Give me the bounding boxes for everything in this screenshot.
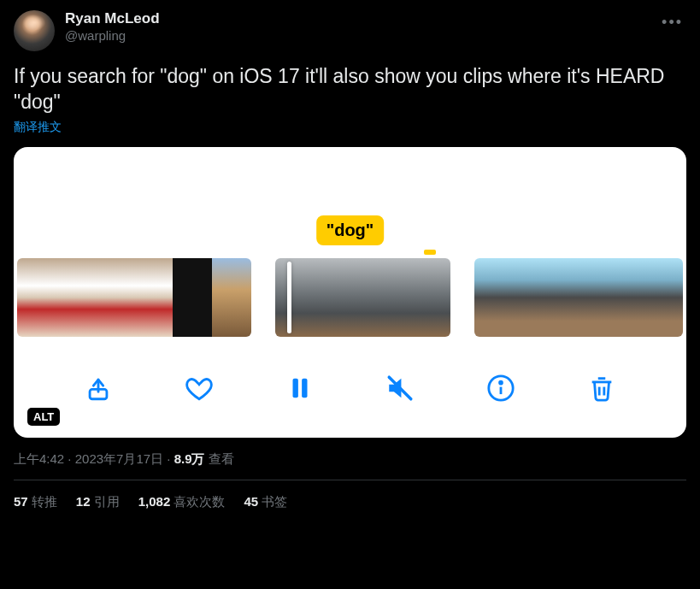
- info-icon[interactable]: [486, 374, 515, 403]
- tweet-meta: 上午4:422023年7月17日8.9万 查看: [14, 451, 686, 468]
- mute-icon[interactable]: [385, 374, 415, 403]
- views-count: 8.9万: [174, 451, 205, 466]
- translate-link[interactable]: 翻译推文: [14, 120, 686, 135]
- likes-stat[interactable]: 1,082 喜欢次数: [138, 494, 226, 510]
- clip-group[interactable]: [474, 258, 683, 337]
- clip-group[interactable]: [17, 258, 251, 337]
- clip-group[interactable]: [275, 258, 450, 337]
- alt-badge[interactable]: ALT: [27, 408, 60, 426]
- bookmarks-stat[interactable]: 45 书签: [244, 494, 287, 510]
- tweet-text: If you search for "dog" on iOS 17 it'll …: [14, 63, 686, 115]
- svg-point-6: [500, 381, 503, 384]
- retweets-stat[interactable]: 57 转推: [14, 494, 57, 510]
- search-match-label: "dog": [316, 215, 385, 245]
- search-match-marker: [424, 250, 436, 255]
- pause-icon[interactable]: [285, 374, 315, 403]
- quotes-stat[interactable]: 12 引用: [76, 494, 120, 510]
- share-icon[interactable]: [84, 374, 113, 403]
- user-handle: @warpling: [65, 27, 686, 44]
- media-controls: [14, 362, 686, 414]
- avatar[interactable]: [14, 10, 55, 51]
- tweet-stats: 57 转推 12 引用 1,082 喜欢次数 45 书签: [14, 480, 686, 521]
- heart-icon[interactable]: [185, 374, 214, 403]
- video-timeline[interactable]: [14, 258, 686, 337]
- tweet-container: Ryan McLeod @warpling ••• If you search …: [0, 0, 700, 521]
- svg-rect-2: [302, 379, 307, 398]
- tweet-header: Ryan McLeod @warpling •••: [14, 10, 686, 51]
- media-card[interactable]: "dog": [14, 147, 686, 438]
- more-options-button[interactable]: •••: [658, 10, 686, 35]
- tweet-date[interactable]: 2023年7月17日: [75, 451, 163, 466]
- playhead[interactable]: [287, 262, 291, 333]
- views-label: 查看: [209, 451, 234, 466]
- tweet-time[interactable]: 上午4:42: [14, 451, 64, 466]
- trash-icon[interactable]: [587, 374, 616, 403]
- display-name: Ryan McLeod: [65, 10, 686, 27]
- user-block[interactable]: Ryan McLeod @warpling: [65, 10, 686, 44]
- svg-rect-1: [292, 379, 297, 398]
